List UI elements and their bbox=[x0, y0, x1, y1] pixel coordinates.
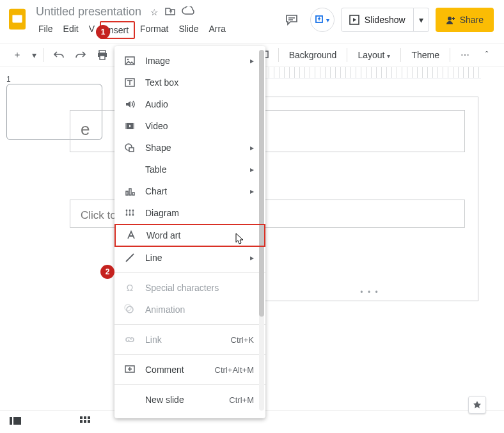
menu-slide[interactable]: Slide bbox=[173, 21, 203, 39]
svg-rect-35 bbox=[80, 420, 83, 423]
svg-rect-36 bbox=[84, 420, 86, 423]
new-slide-button[interactable]: ＋ bbox=[8, 45, 27, 65]
menu-label: Text box bbox=[145, 77, 178, 88]
svg-rect-20 bbox=[132, 193, 134, 195]
video-icon bbox=[123, 120, 136, 132]
menu-label: Line bbox=[145, 253, 162, 263]
svg-point-23 bbox=[132, 210, 134, 212]
svg-rect-30 bbox=[10, 417, 12, 425]
chart-icon bbox=[123, 185, 136, 197]
slides-logo[interactable] bbox=[5, 4, 29, 35]
wordart-icon bbox=[125, 230, 138, 241]
svg-point-26 bbox=[132, 214, 134, 216]
insert-diagram[interactable]: Diagram bbox=[114, 202, 265, 224]
collapse-sidebar-icon[interactable]: ˆ bbox=[477, 45, 496, 65]
animation-icon bbox=[123, 304, 136, 315]
insert-animation: Animation bbox=[114, 299, 265, 320]
insert-image[interactable]: Image bbox=[114, 50, 265, 72]
menu-label: New slide bbox=[145, 395, 184, 405]
present-dropdown-button[interactable]: ▾ bbox=[310, 8, 335, 32]
svg-rect-31 bbox=[13, 417, 21, 425]
svg-rect-14 bbox=[125, 123, 127, 129]
insert-video[interactable]: Video bbox=[114, 115, 265, 137]
background-button[interactable]: Background bbox=[284, 47, 342, 63]
undo-button[interactable] bbox=[49, 45, 68, 65]
svg-rect-15 bbox=[133, 123, 134, 129]
svg-rect-32 bbox=[80, 416, 83, 419]
doc-title[interactable]: Untitled presentation bbox=[33, 4, 144, 20]
svg-point-24 bbox=[126, 214, 128, 216]
slide-number: 1 bbox=[6, 75, 11, 84]
slideshow-label: Slideshow bbox=[365, 15, 406, 25]
explore-button[interactable] bbox=[468, 396, 486, 414]
svg-rect-33 bbox=[84, 416, 86, 419]
shape-icon bbox=[123, 142, 136, 154]
shortcut: Ctrl+K bbox=[231, 335, 254, 345]
audio-icon bbox=[123, 98, 136, 110]
insert-line[interactable]: Line bbox=[114, 247, 265, 269]
menu-label: Video bbox=[145, 121, 168, 131]
insert-textbox[interactable]: Text box bbox=[114, 72, 265, 93]
star-icon[interactable]: ☆ bbox=[150, 7, 159, 17]
image-icon bbox=[123, 55, 136, 67]
diagram-icon bbox=[123, 207, 136, 219]
menu-label: Word art bbox=[146, 230, 180, 240]
insert-table[interactable]: Table bbox=[114, 159, 265, 180]
menu-label: Diagram bbox=[145, 208, 179, 218]
theme-button[interactable]: Theme bbox=[406, 47, 445, 63]
new-slide-dropdown[interactable]: ▾ bbox=[29, 45, 38, 65]
insert-chart[interactable]: Chart bbox=[114, 180, 265, 202]
menu-label: Shape bbox=[145, 143, 171, 153]
menu-label: Comment bbox=[145, 365, 184, 375]
textbox-icon bbox=[123, 77, 136, 88]
menu-label: Chart bbox=[145, 186, 167, 196]
svg-point-28 bbox=[125, 304, 131, 311]
move-icon[interactable] bbox=[165, 6, 175, 17]
svg-point-25 bbox=[129, 214, 131, 216]
more-tools-icon[interactable]: ⋯ bbox=[455, 45, 475, 65]
insert-new-slide[interactable]: New slide Ctrl+M bbox=[114, 389, 265, 411]
comments-history-button[interactable] bbox=[280, 8, 304, 32]
svg-rect-1 bbox=[12, 15, 22, 23]
slideshow-dropdown-button[interactable]: ▾ bbox=[414, 8, 429, 32]
svg-rect-17 bbox=[129, 148, 134, 152]
grid-view-icon[interactable] bbox=[79, 416, 91, 428]
filmstrip-view-icon[interactable] bbox=[9, 416, 22, 428]
speaker-notes-handle-icon[interactable]: • • • bbox=[360, 288, 379, 297]
cloud-status-icon[interactable] bbox=[182, 6, 194, 17]
layout-button[interactable]: Layout bbox=[352, 47, 395, 63]
insert-menu-dropdown: Image Text box Audio Video Shape Table C… bbox=[114, 46, 265, 418]
menu-file[interactable]: File bbox=[33, 21, 58, 39]
menu-format[interactable]: Format bbox=[135, 21, 173, 39]
svg-rect-18 bbox=[126, 191, 128, 195]
comment-icon bbox=[123, 364, 136, 375]
annotation-step-2: 2 bbox=[100, 265, 114, 279]
svg-point-21 bbox=[126, 210, 128, 212]
menu-label: Table bbox=[145, 164, 166, 175]
insert-audio[interactable]: Audio bbox=[114, 93, 265, 115]
insert-special-characters: Ω Special characters bbox=[114, 277, 265, 299]
redo-button[interactable] bbox=[71, 45, 90, 65]
annotation-step-1: 1 bbox=[96, 25, 110, 39]
insert-wordart[interactable]: Word art bbox=[114, 224, 265, 247]
shortcut: Ctrl+M bbox=[229, 395, 254, 405]
special-characters-icon: Ω bbox=[123, 283, 136, 293]
slideshow-button[interactable]: Slideshow bbox=[341, 8, 414, 32]
svg-rect-5 bbox=[99, 51, 106, 53]
menu-label: Audio bbox=[145, 99, 168, 109]
print-button[interactable] bbox=[93, 45, 112, 65]
share-button[interactable]: Share bbox=[436, 8, 494, 32]
svg-rect-7 bbox=[100, 56, 105, 59]
menu-label: Special characters bbox=[145, 283, 219, 293]
insert-link: Link Ctrl+K bbox=[114, 329, 265, 350]
menu-edit[interactable]: Edit bbox=[58, 21, 84, 39]
svg-point-27 bbox=[127, 306, 133, 313]
menu-label: Image bbox=[145, 56, 170, 66]
svg-rect-37 bbox=[88, 420, 90, 423]
svg-point-11 bbox=[127, 59, 129, 61]
shortcut: Ctrl+Alt+M bbox=[215, 365, 254, 375]
menu-arrange-clipped[interactable]: Arra bbox=[204, 21, 231, 39]
insert-shape[interactable]: Shape bbox=[114, 137, 265, 159]
slide[interactable]: e Click to add subtitle • • • bbox=[261, 97, 478, 301]
insert-comment[interactable]: Comment Ctrl+Alt+M bbox=[114, 359, 265, 381]
